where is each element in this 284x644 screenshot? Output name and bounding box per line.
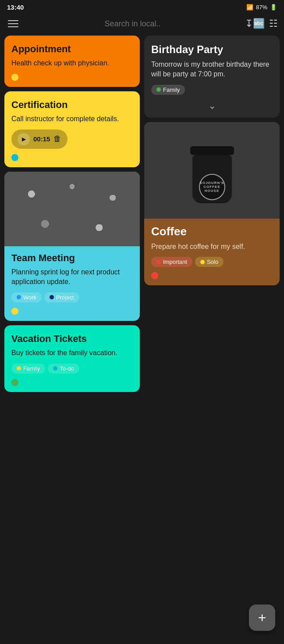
family-tag[interactable]: Family (11, 363, 45, 374)
appointment-body: Health check up with physician. (11, 58, 133, 68)
coffee-logo: SOJOURN'SCOFFEEHOUSE (199, 174, 225, 200)
solo-tag-label: Solo (207, 259, 218, 265)
play-button[interactable]: ▶ (18, 133, 30, 145)
grid-view-icon[interactable]: ☷ (269, 18, 278, 29)
coffee-tags: Important Solo (151, 257, 273, 267)
project-tag[interactable]: Project (44, 292, 79, 302)
vacation-tickets-card[interactable]: Vacation Tickets Buy tickets for the fam… (4, 325, 140, 392)
add-note-button[interactable]: + (249, 604, 275, 631)
coffee-lid (190, 146, 234, 155)
right-column: Birthday Party Tomorrow is my brother bi… (144, 36, 280, 392)
team-meeting-tags: Work Project (11, 292, 133, 302)
team-meeting-dot (11, 308, 18, 315)
delete-audio-icon[interactable]: 🗑 (53, 134, 61, 144)
work-tag-dot (17, 295, 21, 299)
coffee-cup-graphic: SOJOURN'SCOFFEEHOUSE (190, 146, 234, 203)
solo-tag-dot (200, 260, 205, 264)
coffee-title: Coffee (151, 225, 273, 238)
coffee-card[interactable]: SOJOURN'SCOFFEEHOUSE Coffee Prepare hot … (144, 122, 280, 286)
certification-card[interactable]: Certification Call instructor for comple… (4, 91, 140, 167)
team-meeting-image (4, 172, 140, 246)
family-birthday-tag[interactable]: Family (151, 85, 185, 95)
menu-button[interactable] (6, 18, 20, 29)
audio-player[interactable]: ▶ 00:15 🗑 (11, 130, 67, 149)
family-birthday-dot (156, 87, 161, 92)
vacation-dot (11, 379, 18, 386)
certification-body: Call instructor for complete details. (11, 114, 133, 124)
notes-grid: Appointment Health check up with physici… (0, 36, 284, 396)
appointment-card[interactable]: Appointment Health check up with physici… (4, 36, 140, 87)
coffee-body-text: Prepare hot coffee for my self. (151, 242, 273, 252)
coffee-dot (151, 272, 158, 279)
status-bar: 13:40 📶 87% 🔋 (0, 0, 284, 14)
work-tag-label: Work (23, 294, 36, 301)
project-tag-label: Project (56, 294, 74, 301)
important-tag-label: Important (163, 259, 187, 265)
battery-icon: 🔋 (270, 4, 277, 11)
solo-tag[interactable]: Solo (195, 257, 224, 267)
vacation-title: Vacation Tickets (11, 333, 133, 345)
important-tag-dot (156, 260, 161, 264)
family-birthday-label: Family (163, 86, 180, 93)
appointment-title: Appointment (11, 43, 133, 55)
appointment-dot (11, 74, 18, 81)
status-time: 13:40 (7, 4, 24, 11)
expand-icon[interactable]: ⌄ (151, 100, 273, 112)
important-tag[interactable]: Important (151, 257, 192, 267)
birthday-tags: Family (151, 85, 273, 95)
wifi-icon: 📶 (246, 4, 253, 11)
todo-tag-dot (53, 366, 57, 371)
left-column: Appointment Health check up with physici… (4, 36, 140, 392)
status-icons: 📶 87% 🔋 (246, 4, 277, 11)
team-meeting-content: Team Meeting Planning sprint log for nex… (4, 246, 140, 315)
birthday-title: Birthday Party (151, 43, 273, 56)
vacation-body: Buy tickets for the family vacation. (11, 348, 133, 358)
header: ↧🔤 ☷ (0, 14, 284, 36)
search-input[interactable] (25, 19, 240, 29)
audio-time: 00:15 (33, 135, 50, 143)
family-tag-label: Family (23, 365, 40, 372)
coffee-body: SOJOURN'SCOFFEEHOUSE (192, 155, 232, 203)
birthday-party-card[interactable]: Birthday Party Tomorrow is my brother bi… (144, 36, 280, 118)
battery-text: 87% (256, 4, 267, 11)
vacation-tags: Family To-do (11, 363, 133, 374)
team-meeting-title: Team Meeting (11, 252, 133, 264)
sort-icon[interactable]: ↧🔤 (245, 18, 265, 29)
project-tag-dot (50, 295, 54, 299)
todo-tag-label: To-do (60, 365, 74, 372)
team-meeting-body: Planning sprint log for next product app… (11, 267, 133, 287)
todo-tag[interactable]: To-do (48, 363, 79, 374)
certification-title: Certification (11, 99, 133, 111)
birthday-body: Tomorrow is my brother birthday there wi… (151, 60, 273, 79)
coffee-image: SOJOURN'SCOFFEEHOUSE (144, 122, 280, 219)
header-actions: ↧🔤 ☷ (245, 18, 278, 29)
add-icon: + (258, 610, 266, 626)
family-tag-dot (17, 366, 21, 371)
coffee-content: Coffee Prepare hot coffee for my self. I… (144, 219, 280, 280)
certification-dot (11, 154, 18, 161)
team-meeting-card[interactable]: Team Meeting Planning sprint log for nex… (4, 172, 140, 321)
work-tag[interactable]: Work (11, 292, 42, 302)
